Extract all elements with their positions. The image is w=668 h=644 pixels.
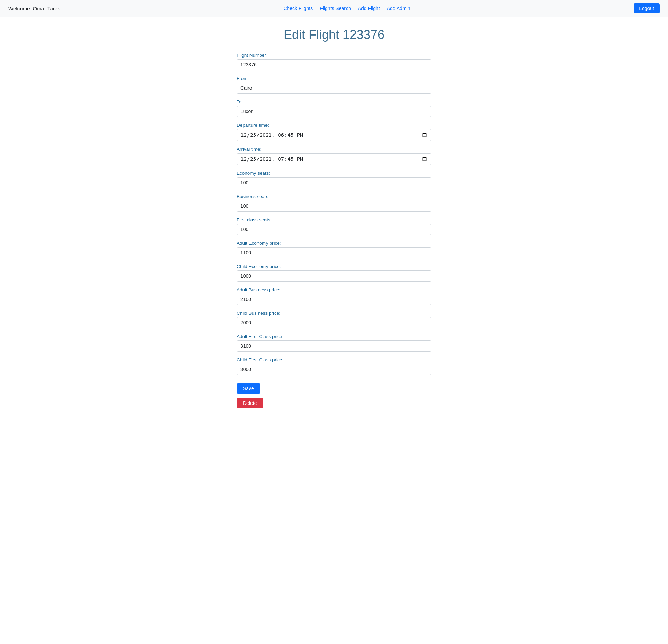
first-class-seats-label: First class seats:	[237, 217, 431, 222]
child-economy-price-group: Child Economy price:	[237, 264, 431, 282]
first-class-seats-input[interactable]	[237, 224, 431, 235]
adult-business-price-group: Adult Business price:	[237, 287, 431, 305]
child-first-class-price-input[interactable]	[237, 364, 431, 375]
arrival-time-input[interactable]	[237, 153, 431, 165]
adult-economy-price-group: Adult Economy price:	[237, 241, 431, 258]
add-admin-link[interactable]: Add Admin	[387, 6, 411, 11]
child-first-class-price-group: Child First Class price:	[237, 357, 431, 375]
flights-search-link[interactable]: Flights Search	[320, 6, 351, 11]
flight-number-input[interactable]	[237, 59, 431, 70]
child-economy-price-label: Child Economy price:	[237, 264, 431, 269]
departure-time-group: Departure time:	[237, 123, 431, 141]
flight-number-label: Flight Number:	[237, 53, 431, 58]
child-business-price-input[interactable]	[237, 317, 431, 328]
business-seats-label: Business seats:	[237, 194, 431, 199]
form-buttons: Save Delete	[237, 380, 431, 408]
edit-flight-form: Flight Number: From: To: Departure time:…	[237, 53, 431, 408]
navbar-links: Check Flights Flights Search Add Flight …	[283, 6, 410, 11]
adult-economy-price-input[interactable]	[237, 247, 431, 258]
child-business-price-label: Child Business price:	[237, 311, 431, 316]
from-label: From:	[237, 76, 431, 81]
navbar-brand: Welcome, Omar Tarek	[8, 6, 60, 11]
arrival-time-group: Arrival time:	[237, 147, 431, 165]
adult-business-price-input[interactable]	[237, 294, 431, 305]
delete-button[interactable]: Delete	[237, 398, 263, 408]
adult-first-class-price-label: Adult First Class price:	[237, 334, 431, 339]
from-input[interactable]	[237, 83, 431, 94]
adult-first-class-price-group: Adult First Class price:	[237, 334, 431, 352]
departure-time-label: Departure time:	[237, 123, 431, 128]
check-flights-link[interactable]: Check Flights	[283, 6, 313, 11]
flight-number-group: Flight Number:	[237, 53, 431, 70]
navbar: Welcome, Omar Tarek Check Flights Flight…	[0, 0, 668, 17]
business-seats-input[interactable]	[237, 201, 431, 212]
economy-seats-input[interactable]	[237, 177, 431, 188]
child-business-price-group: Child Business price:	[237, 311, 431, 328]
to-label: To:	[237, 99, 431, 104]
arrival-time-label: Arrival time:	[237, 147, 431, 152]
departure-time-input[interactable]	[237, 129, 431, 141]
from-group: From:	[237, 76, 431, 94]
to-group: To:	[237, 99, 431, 117]
main-content: Edit Flight 123376 Flight Number: From: …	[230, 17, 438, 429]
save-button[interactable]: Save	[237, 383, 260, 394]
logout-button[interactable]: Logout	[634, 3, 660, 13]
add-flight-link[interactable]: Add Flight	[358, 6, 380, 11]
to-input[interactable]	[237, 106, 431, 117]
business-seats-group: Business seats:	[237, 194, 431, 212]
adult-economy-price-label: Adult Economy price:	[237, 241, 431, 246]
economy-seats-label: Economy seats:	[237, 171, 431, 176]
child-economy-price-input[interactable]	[237, 270, 431, 282]
adult-first-class-price-input[interactable]	[237, 340, 431, 352]
child-first-class-price-label: Child First Class price:	[237, 357, 431, 362]
page-title: Edit Flight 123376	[237, 28, 431, 42]
first-class-seats-group: First class seats:	[237, 217, 431, 235]
economy-seats-group: Economy seats:	[237, 171, 431, 188]
adult-business-price-label: Adult Business price:	[237, 287, 431, 292]
